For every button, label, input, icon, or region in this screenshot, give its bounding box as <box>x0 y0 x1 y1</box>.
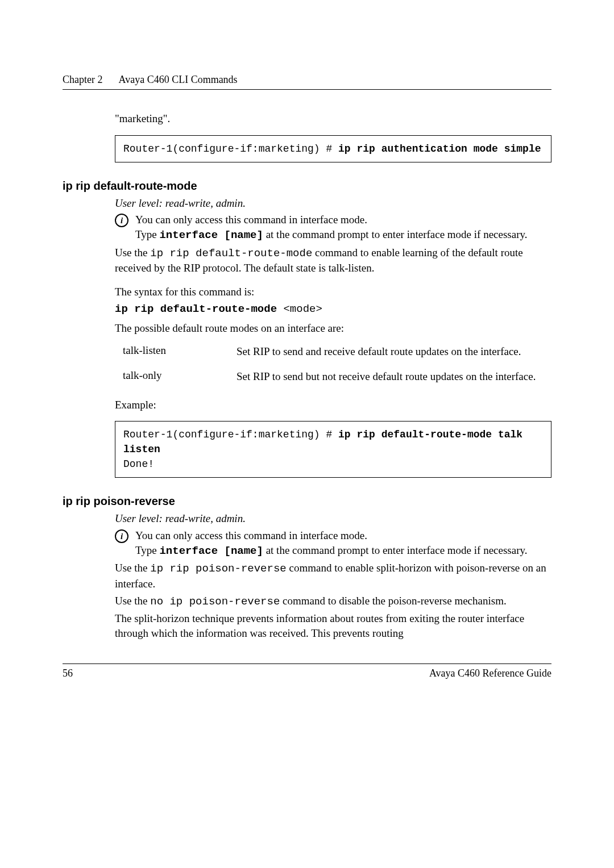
mode-key-2: talk-only <box>123 369 237 384</box>
syntax-cmd: ip rip default-route-mode <box>115 303 283 315</box>
code-prefix: Router-1(configure-if:marketing) # <box>123 143 338 155</box>
table-row: talk-listen Set RIP to send and receive … <box>123 344 551 359</box>
section-heading-default-route: ip rip default-route-mode <box>63 180 551 193</box>
code2-prefix: Router-1(configure-if:marketing) # <box>123 429 338 440</box>
header-chapter: Chapter 2 <box>63 74 102 86</box>
header-title: Avaya C460 CLI Commands <box>118 74 237 86</box>
mode-table: talk-listen Set RIP to send and receive … <box>123 344 551 383</box>
user-level-2: User level: read-write, admin. <box>115 511 551 526</box>
info-icon: i <box>115 529 128 543</box>
s2p1cmd: ip rip poison-reverse <box>150 562 286 575</box>
section-heading-poison-reverse: ip rip poison-reverse <box>63 495 551 508</box>
page-number: 56 <box>63 667 73 679</box>
info-note-1: i You can only access this command in in… <box>115 212 551 243</box>
s2p2b: command to disable the poison-reverse me… <box>280 595 506 607</box>
s2p2a: Use the <box>115 595 150 607</box>
note1-cmd: interface [name] <box>159 229 263 241</box>
section2-para1: Use the ip rip poison-reverse command to… <box>115 561 551 591</box>
note2-cmd: interface [name] <box>159 545 263 557</box>
modes-intro: The possible default route modes on an i… <box>115 321 551 336</box>
section1-para1: Use the ip rip default-route-mode comman… <box>115 245 551 276</box>
code2-result: Done! <box>123 458 154 470</box>
info-note-body-2: You can only access this command in inte… <box>135 528 551 558</box>
s2p2cmd: no ip poison-reverse <box>150 595 280 608</box>
note1-line1: You can only access this command in inte… <box>135 214 367 226</box>
table-row: talk-only Set RIP to send but not receiv… <box>123 369 551 384</box>
p1a: Use the <box>115 247 150 258</box>
code-example-2: Router-1(configure-if:marketing) # ip ri… <box>115 421 551 478</box>
page-header: Chapter 2 Avaya C460 CLI Commands <box>63 74 551 86</box>
syntax-intro: The syntax for this command is: <box>115 285 551 299</box>
mode-desc-2: Set RIP to send but not receive default … <box>237 369 551 384</box>
note2-line2b: at the command prompt to enter interface… <box>263 544 528 556</box>
mode-desc-1: Set RIP to send and receive default rout… <box>237 344 551 359</box>
user-level-1: User level: read-write, admin. <box>115 196 551 211</box>
note1-line2a: Type <box>135 228 159 240</box>
header-rule <box>63 89 551 90</box>
code-cmd: ip rip authentication mode simple <box>338 143 541 155</box>
section2-para3: The split-horizon technique prevents inf… <box>115 611 551 640</box>
note2-line2a: Type <box>135 544 159 556</box>
info-note-body: You can only access this command in inte… <box>135 212 551 243</box>
note1-line2b: at the command prompt to enter interface… <box>263 228 528 240</box>
p1cmd: ip rip default-route-mode <box>150 247 312 260</box>
info-icon: i <box>115 214 128 227</box>
s2p1a: Use the <box>115 562 150 574</box>
mode-key-1: talk-listen <box>123 344 237 359</box>
footer-doc-title: Avaya C460 Reference Guide <box>429 667 551 679</box>
info-note-2: i You can only access this command in in… <box>115 528 551 558</box>
continuation-text: "marketing". <box>115 111 551 126</box>
section2-para2: Use the no ip poison-reverse command to … <box>115 594 551 610</box>
example-label-1: Example: <box>115 398 551 412</box>
syntax-arg: <mode> <box>283 303 322 315</box>
page-footer: 56 Avaya C460 Reference Guide <box>63 667 551 679</box>
syntax-line: ip rip default-route-mode <mode> <box>115 303 551 315</box>
code-example-1: Router-1(configure-if:marketing) # ip ri… <box>115 135 551 162</box>
note2-line1: You can only access this command in inte… <box>135 529 367 541</box>
footer-rule <box>63 663 551 664</box>
